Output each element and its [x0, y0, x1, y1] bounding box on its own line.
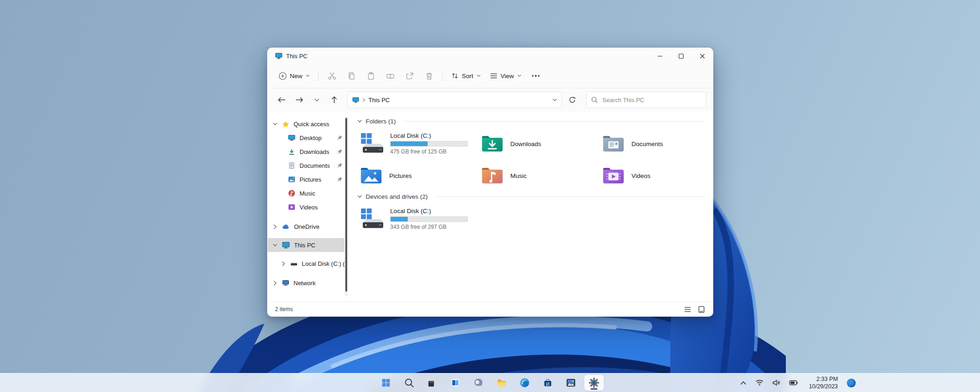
- disk-free-caption: 475 GB free of 125 GB: [390, 148, 468, 155]
- delete-button[interactable]: [419, 67, 439, 84]
- tile-downloads[interactable]: Downloads: [479, 131, 600, 156]
- chevron-down-icon: [272, 122, 278, 126]
- sidebar-item-desktop[interactable]: Desktop: [268, 131, 348, 145]
- item-count: 2 items: [275, 306, 293, 312]
- search-button[interactable]: [399, 375, 419, 391]
- forward-icon: [295, 97, 303, 103]
- new-button[interactable]: New: [274, 69, 314, 83]
- breadcrumb[interactable]: This PC: [368, 97, 390, 104]
- search-input[interactable]: [601, 96, 701, 104]
- ellipsis-icon: [532, 75, 540, 77]
- tile-local-disk-c[interactable]: Local Disk (C:) 475 GB free of 125 GB: [358, 131, 479, 156]
- sidebar-item-network[interactable]: Network: [268, 276, 348, 290]
- toolbar-separator: [318, 70, 318, 81]
- section-rule: [403, 121, 704, 122]
- recent-locations-button[interactable]: [309, 92, 324, 107]
- large-icons-view-button[interactable]: [698, 305, 705, 314]
- chevron-right-icon: [362, 98, 365, 102]
- section-header-folders[interactable]: Folders (1): [357, 118, 704, 125]
- edge-icon: [519, 377, 530, 388]
- see-more-button[interactable]: [526, 67, 545, 84]
- section-title: Devices and drives (2): [366, 193, 428, 200]
- sidebar-item-label: Music: [300, 190, 315, 197]
- tile-name: Local Disk (C:): [390, 132, 468, 139]
- file-explorer-button[interactable]: [492, 375, 511, 391]
- sidebar-item-this-pc[interactable]: This PC: [268, 238, 348, 252]
- sidebar-item-downloads[interactable]: Downloads: [268, 145, 348, 159]
- forward-button[interactable]: [292, 92, 306, 107]
- clock[interactable]: 2:33 PM 10/29/2023: [809, 375, 838, 391]
- sidebar-item-local-disk-c[interactable]: Local Disk (C:) (S: [268, 257, 348, 270]
- this-pc-icon: [275, 53, 282, 59]
- sort-button[interactable]: Sort: [447, 69, 485, 83]
- maximize-button[interactable]: [670, 48, 692, 64]
- refresh-button[interactable]: [565, 92, 580, 107]
- tile-documents[interactable]: Documents: [600, 131, 713, 156]
- system-tray: 2:33 PM 10/29/2023: [739, 374, 856, 392]
- sidebar-item-onedrive[interactable]: OneDrive: [268, 220, 348, 233]
- up-button[interactable]: [327, 92, 342, 107]
- titlebar[interactable]: This PC: [268, 48, 713, 64]
- disk-free-caption: 343 GB free of 297 GB: [390, 224, 468, 230]
- view-switcher: [683, 305, 705, 314]
- file-explorer-icon: [496, 377, 508, 388]
- tile-videos[interactable]: Videos: [600, 165, 713, 187]
- volume-button[interactable]: [771, 378, 782, 387]
- address-bar[interactable]: This PC: [347, 92, 562, 108]
- edge-button[interactable]: [515, 375, 534, 391]
- drive-icon: [290, 261, 298, 266]
- sidebar-item-documents[interactable]: Documents: [268, 159, 348, 172]
- sidebar-item-label: Network: [294, 280, 316, 287]
- sidebar-scrollbar-thumb[interactable]: [345, 118, 347, 292]
- search-icon: [404, 378, 415, 388]
- window-title: This PC: [286, 53, 307, 60]
- back-button[interactable]: [274, 92, 289, 107]
- search-box[interactable]: [586, 92, 706, 108]
- battery-button[interactable]: [788, 379, 799, 387]
- details-view-icon: [684, 306, 691, 312]
- rename-button[interactable]: [380, 67, 400, 84]
- tile-device-local-disk-c[interactable]: Local Disk (C:) 343 GB free of 297 GB: [358, 207, 479, 232]
- taskbar: 2:33 PM 10/29/2023: [0, 373, 980, 392]
- sidebar-item-quick-access[interactable]: Quick access: [268, 117, 348, 131]
- pin-icon: [337, 149, 343, 154]
- wifi-button[interactable]: [754, 378, 765, 387]
- close-button[interactable]: [692, 48, 713, 64]
- minimize-button[interactable]: [649, 48, 670, 64]
- paste-icon: [367, 72, 375, 80]
- disk-usage-bar: [390, 141, 468, 147]
- paste-button[interactable]: [361, 67, 380, 84]
- photos-button[interactable]: [561, 375, 581, 391]
- tray-overflow-button[interactable]: [739, 380, 748, 386]
- chevron-down-icon: [357, 195, 362, 198]
- tile-music[interactable]: Music: [479, 165, 600, 187]
- sidebar-item-music[interactable]: Music: [268, 186, 348, 200]
- network-icon: [282, 280, 289, 287]
- tile-name: Music: [510, 172, 527, 179]
- share-icon: [405, 72, 414, 80]
- copy-button[interactable]: [342, 67, 361, 84]
- close-icon: [700, 54, 705, 59]
- sidebar-item-videos[interactable]: Videos: [268, 200, 348, 214]
- store-button[interactable]: [538, 375, 557, 391]
- tile-name: Local Disk (C:): [390, 208, 468, 214]
- chat-button[interactable]: [469, 375, 488, 391]
- pin-icon: [337, 177, 343, 182]
- widgets-button[interactable]: [446, 375, 465, 391]
- drive-windows-icon: [359, 132, 384, 155]
- chevron-down-icon[interactable]: [552, 98, 557, 102]
- settings-button[interactable]: [584, 375, 604, 391]
- cut-button[interactable]: [322, 67, 342, 84]
- tray-time: 2:33 PM: [809, 375, 838, 383]
- task-view-button[interactable]: [423, 375, 442, 391]
- up-icon: [331, 96, 337, 104]
- details-view-button[interactable]: [683, 306, 692, 313]
- start-button[interactable]: [376, 375, 396, 391]
- sidebar-item-pictures[interactable]: Pictures: [268, 172, 348, 186]
- share-button[interactable]: [400, 67, 419, 84]
- notification-button[interactable]: [847, 379, 856, 387]
- view-button[interactable]: View: [485, 69, 526, 83]
- maximize-icon: [679, 54, 684, 59]
- tile-pictures[interactable]: Pictures: [358, 165, 479, 187]
- section-header-devices[interactable]: Devices and drives (2): [357, 193, 704, 200]
